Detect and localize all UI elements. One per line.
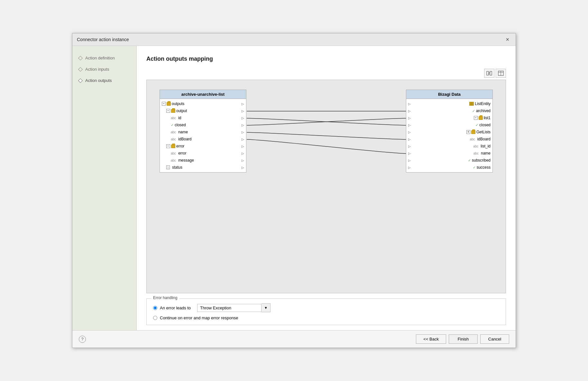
finish-button[interactable]: Finish <box>449 334 478 344</box>
right-panel-header: Bizagi Data <box>406 90 492 99</box>
error-handling-section: Error handling An error leads to Throw E… <box>146 298 506 325</box>
main-content: Action outputs mapping <box>137 46 516 330</box>
check-icon: ✓ <box>475 123 478 127</box>
num-icon: 1 <box>166 165 170 169</box>
svg-rect-1 <box>490 71 492 75</box>
page-title: Action outputs mapping <box>146 56 506 62</box>
row-label: closed <box>175 123 186 127</box>
port-arrow: ▷ <box>408 159 411 162</box>
table-icon <box>498 71 504 76</box>
abc-icon: abc <box>171 159 176 162</box>
port-arrow: ▷ <box>242 102 244 106</box>
dialog-footer: ? << Back Finish Cancel <box>72 330 516 348</box>
right-panel-body: ▷ ListEntity <box>406 99 492 172</box>
port-arrow: ▷ <box>408 152 411 155</box>
row-label: list_id <box>481 144 491 148</box>
row-label: ListEntity <box>475 102 491 106</box>
dropdown-chevron-icon: ▼ <box>262 303 271 312</box>
tree-row: abc idBoard ▷ <box>160 136 246 143</box>
port-arrow: ▷ <box>242 145 244 148</box>
help-icon[interactable]: ? <box>79 336 86 343</box>
port-arrow: ▷ <box>242 159 244 162</box>
tree-row: abc name ▷ <box>160 128 246 136</box>
row-label: closed <box>479 123 491 127</box>
tree-row: ▷ abc idBoard <box>406 136 492 143</box>
footer-buttons: << Back Finish Cancel <box>416 334 509 344</box>
dialog-body: Action definition Action inputs Action o… <box>72 46 516 330</box>
sidebar-item-label: Action definition <box>85 56 115 60</box>
error-radio-1[interactable] <box>153 306 157 310</box>
sidebar: Action definition Action inputs Action o… <box>72 46 137 330</box>
row-label: archived <box>476 109 491 113</box>
tree-row: ▷ ✓ subscribed <box>406 157 492 164</box>
tree-row: − error ▷ <box>160 143 246 150</box>
abc-icon: abc <box>473 145 478 148</box>
sidebar-item-action-outputs[interactable]: Action outputs <box>79 78 130 83</box>
tree-row: ✓ closed ▷ <box>160 121 246 128</box>
abc-icon: abc <box>470 137 475 141</box>
diamond-icon <box>78 78 83 83</box>
connector-dialog: Connector action instance × Action defin… <box>72 33 516 348</box>
cancel-button[interactable]: Cancel <box>480 334 509 344</box>
expand-icon[interactable]: − <box>166 109 170 113</box>
abc-icon: abc <box>473 152 479 155</box>
tree-row: abc error ▷ <box>160 150 246 157</box>
left-panel: archive-unarchive-list − outputs ▷ <box>160 90 246 173</box>
row-label: subscribed <box>472 158 491 163</box>
tree-row: ▷ ✓ closed <box>406 121 492 128</box>
error-handling-legend: Error handling <box>151 296 179 300</box>
expand-icon[interactable]: − <box>474 116 478 120</box>
left-panel-body: − outputs ▷ − output <box>160 99 246 172</box>
port-arrow: ▷ <box>408 116 411 120</box>
sidebar-item-label: Action outputs <box>85 78 112 83</box>
port-arrow: ▷ <box>242 116 244 120</box>
mapping-inner: archive-unarchive-list − outputs ▷ <box>147 80 506 293</box>
row-label: idBoard <box>477 137 491 141</box>
briefcase-icon <box>171 109 175 113</box>
throw-exception-dropdown[interactable]: Throw Exception Continue on error <box>197 304 262 312</box>
table-view-button[interactable] <box>496 69 506 78</box>
row-label: success <box>477 165 491 170</box>
port-arrow: ▷ <box>408 130 411 134</box>
title-bar: Connector action instance × <box>72 33 516 46</box>
sidebar-item-label: Action inputs <box>85 67 109 72</box>
port-arrow: ▷ <box>408 166 411 169</box>
back-button[interactable]: << Back <box>416 334 446 344</box>
tree-row: − output ▷ <box>160 107 246 114</box>
port-arrow: ▷ <box>242 109 244 113</box>
dropdown-container: Throw Exception Continue on error ▼ <box>197 303 271 312</box>
port-arrow: ▷ <box>408 123 411 127</box>
row-label: id <box>178 116 181 120</box>
sidebar-item-action-inputs[interactable]: Action inputs <box>79 67 130 72</box>
port-arrow: ▷ <box>408 109 411 113</box>
tree-row: ▷ ListEntity <box>406 100 492 107</box>
mapping-icon <box>486 71 492 76</box>
close-button[interactable]: × <box>504 36 511 43</box>
svg-rect-0 <box>487 71 489 75</box>
tree-row: 1 status ▷ <box>160 164 246 171</box>
port-arrow: ▷ <box>242 123 244 127</box>
mapping-view-button[interactable] <box>484 69 494 78</box>
row-label: name <box>481 151 491 155</box>
check-icon: ✓ <box>473 165 476 170</box>
check-icon: ✓ <box>171 123 174 127</box>
right-panel: Bizagi Data ▷ <box>406 90 493 173</box>
row-label: message <box>178 158 194 163</box>
port-arrow: ▷ <box>242 166 244 169</box>
row-label: status <box>172 165 182 170</box>
abc-icon: abc <box>171 137 176 141</box>
svg-marker-5 <box>488 74 489 74</box>
mapping-area: archive-unarchive-list − outputs ▷ <box>146 80 506 293</box>
expand-icon[interactable]: − <box>162 102 166 106</box>
sidebar-item-action-definition[interactable]: Action definition <box>79 56 130 60</box>
tree-row: ▷ abc list_id <box>406 143 492 150</box>
briefcase-icon <box>167 102 171 106</box>
port-arrow: ▷ <box>408 102 411 106</box>
expand-icon[interactable]: − <box>166 144 170 148</box>
check-icon: ✓ <box>468 158 471 163</box>
briefcase-icon <box>479 116 483 120</box>
expand-icon[interactable]: + <box>466 130 470 134</box>
row-label: error <box>176 144 184 148</box>
row-label: list1 <box>484 116 491 120</box>
error-radio-2[interactable] <box>153 316 157 320</box>
